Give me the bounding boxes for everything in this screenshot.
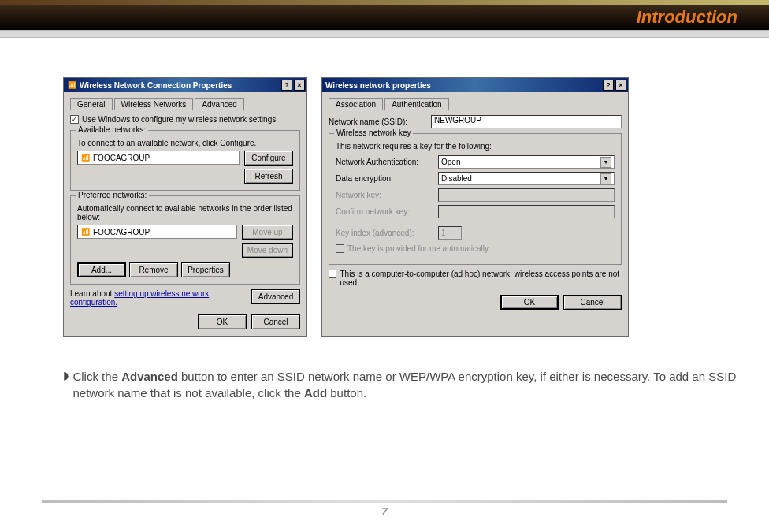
properties-button[interactable]: Properties: [181, 262, 230, 277]
instr-post2: button.: [327, 386, 366, 400]
add-button[interactable]: Add...: [77, 262, 126, 277]
enc-value: Disabled: [441, 174, 472, 183]
instr-bold-advanced: Advanced: [121, 370, 178, 383]
close-button[interactable]: ×: [294, 80, 305, 91]
available-hint: To connect to an available network, clic…: [77, 139, 293, 147]
ssid-input[interactable]: NEWGROUP: [431, 115, 622, 128]
move-up-button[interactable]: Move up: [242, 225, 293, 240]
use-windows-checkbox[interactable]: ✓: [70, 115, 79, 124]
learn-text: Learn about: [70, 289, 112, 298]
ok-button[interactable]: OK: [198, 314, 247, 329]
title-bar: Wireless network properties ? ×: [322, 78, 628, 92]
close-button[interactable]: ×: [615, 80, 626, 91]
header-band: Introduction: [0, 5, 769, 30]
remove-button[interactable]: Remove: [129, 262, 178, 277]
adhoc-checkbox[interactable]: [329, 270, 336, 278]
tab-association[interactable]: Association: [329, 98, 383, 110]
preferred-network-list[interactable]: 📶 FOOCAGROUP: [77, 225, 237, 239]
signal-icon: 📶: [81, 154, 90, 162]
instruction-text: Click the Advanced button to enter an SS…: [72, 368, 737, 401]
instruction-paragraph: ◗ Click the Advanced button to enter an …: [63, 368, 737, 401]
cancel-button[interactable]: Cancel: [251, 314, 300, 329]
available-networks-group: Available networks: To connect to an ava…: [70, 130, 300, 191]
key-legend: Wireless network key: [334, 128, 413, 137]
tab-row: Association Authentication: [329, 97, 622, 110]
tab-row: General Wireless Networks Advanced: [70, 97, 300, 110]
dialog-wireless-network-properties: Wireless network properties ? × Associat…: [321, 77, 629, 337]
title-bar: 📶 Wireless Network Connection Properties…: [64, 78, 306, 92]
network-icon: 📶: [67, 80, 76, 90]
move-down-button[interactable]: Move down: [242, 243, 293, 258]
preferred-legend: Preferred networks:: [76, 191, 149, 199]
adhoc-label: This is a computer-to-computer (ad hoc) …: [340, 270, 622, 287]
divider-bar: [0, 30, 769, 38]
auth-select[interactable]: Open ▼: [438, 155, 615, 169]
auto-key-label: The key is provided for me automatically: [347, 244, 489, 253]
configure-button[interactable]: Configure: [244, 151, 293, 166]
net-key-label: Network key:: [336, 191, 438, 199]
enc-label: Data encryption:: [336, 174, 438, 183]
key-index-label: Key index (advanced):: [336, 229, 438, 237]
cancel-button[interactable]: Cancel: [563, 295, 622, 310]
dialog2-title: Wireless network properties: [325, 81, 431, 90]
content-area: 📶 Wireless Network Connection Properties…: [0, 38, 769, 401]
available-item: FOOCAGROUP: [93, 154, 150, 162]
dialogs-row: 📶 Wireless Network Connection Properties…: [63, 77, 737, 337]
signal-icon: 📶: [81, 228, 90, 236]
bullet-icon: ◗: [63, 368, 72, 401]
tab-general[interactable]: General: [70, 98, 113, 110]
chevron-down-icon: ▼: [600, 157, 611, 168]
available-legend: Available networks:: [76, 125, 148, 134]
wireless-key-group: Wireless network key This network requir…: [329, 133, 622, 265]
dialog1-title: Wireless Network Connection Properties: [80, 81, 232, 90]
advanced-button[interactable]: Advanced: [251, 289, 300, 304]
tab-authentication[interactable]: Authentication: [384, 98, 448, 110]
confirm-key-label: Confirm network key:: [336, 207, 438, 216]
help-button[interactable]: ?: [603, 80, 614, 91]
auth-value: Open: [441, 158, 460, 166]
dialog-wireless-connection-properties: 📶 Wireless Network Connection Properties…: [63, 77, 307, 337]
preferred-networks-group: Preferred networks: Automatically connec…: [70, 195, 300, 285]
footer: 7: [0, 500, 769, 518]
chevron-down-icon: ▼: [600, 173, 611, 184]
footer-line: [42, 500, 727, 503]
header-title: Introduction: [637, 7, 737, 28]
preferred-hint: Automatically connect to available netwo…: [77, 204, 293, 221]
use-windows-label: Use Windows to configure my wireless net…: [82, 115, 276, 124]
key-index-input: 1: [438, 226, 462, 240]
tab-advanced[interactable]: Advanced: [195, 98, 243, 110]
auth-label: Network Authentication:: [336, 158, 438, 166]
available-network-list[interactable]: 📶 FOOCAGROUP: [77, 151, 240, 165]
instr-pre1: Click the: [72, 370, 121, 383]
ok-button[interactable]: OK: [500, 295, 559, 310]
key-hint: This network requires a key for the foll…: [336, 142, 615, 151]
ssid-label: Network name (SSID):: [329, 117, 431, 126]
confirm-key-input: [438, 205, 615, 218]
refresh-button[interactable]: Refresh: [244, 169, 293, 184]
page-number: 7: [381, 504, 388, 518]
instr-bold-add: Add: [304, 386, 327, 400]
enc-select[interactable]: Disabled ▼: [438, 172, 615, 185]
auto-key-checkbox: [336, 244, 344, 253]
preferred-item: FOOCAGROUP: [93, 228, 150, 236]
tab-wireless-networks[interactable]: Wireless Networks: [114, 98, 194, 110]
help-button[interactable]: ?: [281, 80, 292, 91]
net-key-input: [438, 188, 615, 202]
